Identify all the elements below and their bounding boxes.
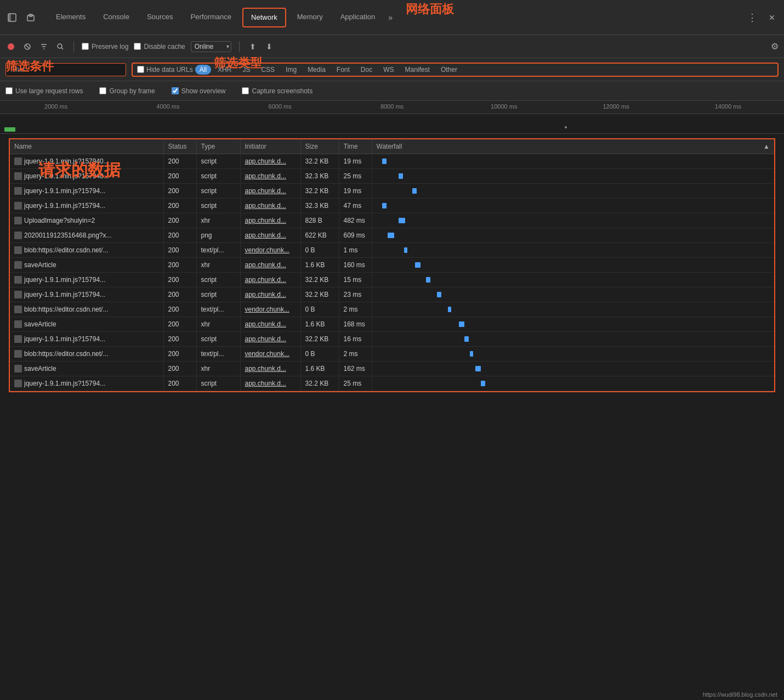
table-row[interactable]: blob:https://editor.csdn.net/...200text/…: [10, 302, 774, 317]
tab-elements[interactable]: Elements: [47, 0, 94, 35]
col-header-status[interactable]: Status: [163, 139, 196, 154]
capture-screenshots-label[interactable]: Capture screenshots: [242, 87, 313, 95]
disable-cache-checkbox-label[interactable]: Disable cache: [134, 43, 185, 50]
col-header-waterfall[interactable]: Waterfall ▲: [372, 139, 774, 154]
undock-icon[interactable]: [23, 10, 38, 25]
table-row[interactable]: blob:https://editor.csdn.net/...200text/…: [10, 243, 774, 258]
cell-initiator[interactable]: app.chunk.d...: [240, 213, 300, 228]
table-row[interactable]: jquery-1.9.1.min.js?157940...200scriptap…: [10, 169, 774, 184]
table-row[interactable]: saveArticle200xhrapp.chunk.d...1.6 KB162…: [10, 362, 774, 376]
cell-initiator[interactable]: app.chunk.d...: [240, 362, 300, 376]
table-row[interactable]: 20200119123516468.png?x...200pngapp.chun…: [10, 228, 774, 243]
tab-console[interactable]: Console: [94, 0, 138, 35]
file-icon: [14, 217, 22, 224]
table-row[interactable]: saveArticle200xhrapp.chunk.d...1.6 KB168…: [10, 317, 774, 332]
clear-button[interactable]: [22, 41, 33, 52]
tab-network[interactable]: Network: [242, 8, 286, 27]
table-row[interactable]: jquery-1.9.1.min.js?15794...200scriptapp…: [10, 273, 774, 287]
cell-initiator[interactable]: app.chunk.d...: [240, 273, 300, 287]
filter-type-media[interactable]: Media: [303, 65, 330, 75]
waterfall-bar-wrapper: [377, 335, 486, 343]
capture-screenshots-checkbox[interactable]: [242, 87, 249, 94]
waterfall-bar: [481, 381, 485, 386]
cell-time: 23 ms: [339, 287, 372, 302]
filter-types-panel: Hide data URLs All XHR JS CSS Img Media …: [132, 63, 779, 77]
filter-type-other[interactable]: Other: [436, 65, 462, 75]
hide-data-urls-checkbox[interactable]: [137, 66, 144, 73]
col-header-size[interactable]: Size: [300, 139, 339, 154]
online-throttle-select[interactable]: Online Fast 3G Slow 3G Offline: [191, 41, 231, 52]
preserve-log-checkbox-label[interactable]: Preserve log: [82, 43, 128, 50]
hide-data-urls-label[interactable]: Hide data URLs: [137, 66, 193, 74]
devtools-close-icon[interactable]: ✕: [764, 10, 780, 25]
network-table-section: Name Status Type Initiator Size Time Wat…: [0, 134, 784, 700]
cell-size: 0 B: [300, 347, 339, 362]
dock-icon[interactable]: [4, 10, 20, 25]
record-button[interactable]: [5, 41, 16, 52]
cell-name: blob:https://editor.csdn.net/...: [10, 347, 163, 362]
cell-initiator[interactable]: app.chunk.d...: [240, 376, 300, 391]
show-overview-label[interactable]: Show overview: [172, 87, 226, 95]
cell-initiator[interactable]: vendor.chunk...: [240, 302, 300, 317]
filter-type-all[interactable]: All: [195, 65, 211, 75]
waterfall-bar-wrapper: [377, 216, 486, 225]
cell-initiator[interactable]: app.chunk.d...: [240, 199, 300, 213]
tab-memory[interactable]: Memory: [288, 0, 332, 35]
table-row[interactable]: saveArticle200xhrapp.chunk.d...1.6 KB160…: [10, 258, 774, 273]
table-row[interactable]: jquery-1.9.1.min.js?157940...200scriptap…: [10, 154, 774, 169]
filter-type-css[interactable]: CSS: [257, 65, 279, 75]
cell-initiator[interactable]: app.chunk.d...: [240, 228, 300, 243]
show-overview-checkbox[interactable]: [172, 87, 179, 94]
table-row[interactable]: jquery-1.9.1.min.js?15794...200scriptapp…: [10, 332, 774, 347]
filter-type-font[interactable]: Font: [332, 65, 354, 75]
filter-type-img[interactable]: Img: [281, 65, 301, 75]
cell-initiator[interactable]: app.chunk.d...: [240, 287, 300, 302]
tab-performance[interactable]: Performance: [182, 0, 240, 35]
filter-type-ws[interactable]: WS: [379, 65, 398, 75]
group-by-frame-label[interactable]: Group by frame: [99, 87, 155, 95]
table-row[interactable]: jquery-1.9.1.min.js?15794...200scriptapp…: [10, 376, 774, 391]
filter-input[interactable]: [5, 63, 126, 76]
tab-sources[interactable]: Sources: [138, 0, 182, 35]
import-har-button[interactable]: ⬆: [247, 41, 258, 52]
cell-size: 1.6 KB: [300, 258, 339, 273]
disable-cache-checkbox[interactable]: [134, 43, 141, 50]
filter-toggle-button[interactable]: [38, 41, 49, 52]
timeline-ruler: 2000 ms 4000 ms 6000 ms 8000 ms 10000 ms…: [0, 101, 784, 114]
file-icon: [14, 157, 22, 165]
cell-initiator[interactable]: app.chunk.d...: [240, 332, 300, 347]
cell-initiator[interactable]: app.chunk.d...: [240, 317, 300, 332]
table-row[interactable]: jquery-1.9.1.min.js?15794...200scriptapp…: [10, 287, 774, 302]
table-row[interactable]: jquery-1.9.1.min.js?15794...200scriptapp…: [10, 184, 774, 199]
cell-initiator[interactable]: vendor.chunk...: [240, 347, 300, 362]
filter-type-doc[interactable]: Doc: [356, 65, 377, 75]
network-settings-button[interactable]: ⚙: [771, 41, 779, 52]
col-header-time[interactable]: Time: [339, 139, 372, 154]
cell-initiator[interactable]: app.chunk.d...: [240, 258, 300, 273]
waterfall-bar: [399, 218, 405, 223]
export-har-button[interactable]: ⬇: [264, 41, 275, 52]
search-button[interactable]: [55, 41, 66, 52]
cell-initiator[interactable]: app.chunk.d...: [240, 169, 300, 184]
col-header-initiator[interactable]: Initiator: [240, 139, 300, 154]
filter-type-xhr[interactable]: XHR: [213, 65, 236, 75]
cell-initiator[interactable]: vendor.chunk...: [240, 243, 300, 258]
table-row[interactable]: blob:https://editor.csdn.net/...200text/…: [10, 347, 774, 362]
filter-type-js[interactable]: JS: [238, 65, 254, 75]
col-header-type[interactable]: Type: [196, 139, 240, 154]
large-rows-checkbox[interactable]: [5, 87, 13, 94]
tab-application[interactable]: Application: [332, 0, 384, 35]
cell-initiator[interactable]: app.chunk.d...: [240, 184, 300, 199]
table-row[interactable]: UploadImage?shuiyin=2200xhrapp.chunk.d..…: [10, 213, 774, 228]
cell-time: 1 ms: [339, 243, 372, 258]
tab-more-button[interactable]: »: [384, 13, 397, 22]
devtools-settings-icon[interactable]: ⋮: [745, 10, 760, 25]
preserve-log-checkbox[interactable]: [82, 43, 89, 50]
table-row[interactable]: jquery-1.9.1.min.js?15794...200scriptapp…: [10, 199, 774, 213]
large-rows-label[interactable]: Use large request rows: [5, 87, 83, 95]
cell-initiator[interactable]: app.chunk.d...: [240, 154, 300, 169]
col-header-name[interactable]: Name: [10, 139, 163, 154]
group-by-frame-checkbox[interactable]: [99, 87, 106, 94]
cell-time: 19 ms: [339, 154, 372, 169]
filter-type-manifest[interactable]: Manifest: [401, 65, 434, 75]
